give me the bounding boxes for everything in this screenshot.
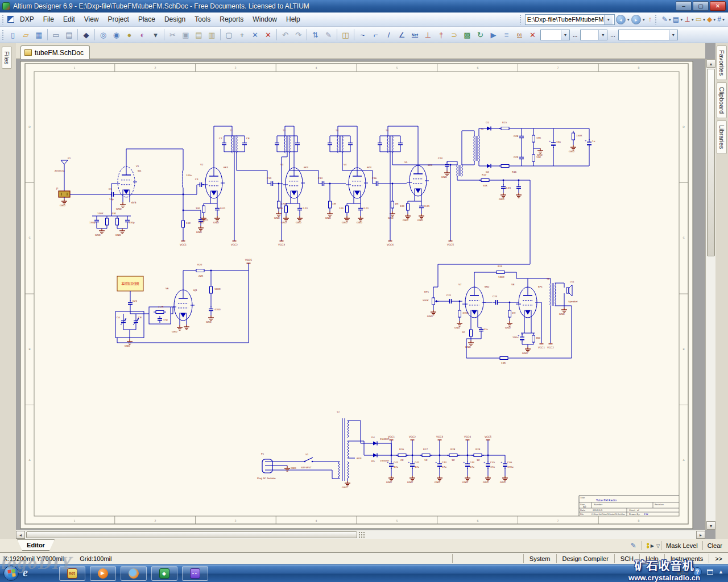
menu-item[interactable]: Project [104, 13, 134, 26]
schematic-canvas[interactable]: E1AntennaJ1GNDC110pC4V16J1100uGNDGND150p… [16, 59, 705, 530]
no-erc-icon[interactable]: D1 [514, 29, 526, 41]
taskbar-net-app[interactable] [59, 566, 85, 581]
deselect-icon[interactable]: ✕ [249, 29, 261, 41]
browse-library-icon[interactable]: ◫ [340, 29, 351, 41]
filter-dots-1[interactable]: ... [571, 32, 579, 38]
close-button[interactable]: ✕ [710, 1, 726, 11]
files-panel-tab[interactable]: Files [2, 47, 12, 69]
menu-item[interactable]: Place [134, 13, 160, 26]
new-document-icon[interactable]: ▯ [7, 29, 19, 41]
scroll-left-icon[interactable]: ◂ [16, 531, 25, 539]
show-hidden-icons[interactable]: ▲ [718, 569, 723, 575]
menu-item[interactable]: Tools [190, 13, 215, 26]
filter-dots-2[interactable]: ... [609, 32, 617, 38]
taskbar-browser-app[interactable] [121, 566, 147, 581]
back-button[interactable]: ◂ [616, 15, 626, 24]
start-button[interactable] [3, 566, 19, 581]
menu-item[interactable]: Window [248, 13, 282, 26]
place-vcc-icon[interactable]: † [435, 29, 447, 41]
grid-tool-icon[interactable]: #▾ [717, 16, 725, 23]
restore-windows-icon[interactable] [707, 569, 713, 575]
vertical-scrollbar[interactable]: ▴ ▾ [705, 59, 715, 530]
menu-item[interactable]: View [80, 13, 104, 26]
select-area-icon[interactable]: ▢ [223, 29, 235, 41]
mask-play-icon[interactable]: ▶ [650, 543, 655, 548]
panel-button[interactable]: SCH [614, 554, 639, 563]
place-bus-icon[interactable]: ⌐ [370, 29, 382, 41]
horizontal-scrollbar[interactable]: ◂ ▸ [16, 530, 705, 539]
forward-button[interactable]: ▸ [631, 15, 641, 24]
place-port-icon[interactable]: ▶ [487, 29, 499, 41]
help-tray-icon[interactable]: ? [693, 567, 702, 576]
print-preview-icon[interactable]: ▤ [63, 29, 75, 41]
vscroll-thumb[interactable] [707, 69, 715, 256]
place-part-icon[interactable]: ⊃ [448, 29, 460, 41]
mask-funnel-icon[interactable]: ▽ [655, 543, 661, 548]
scroll-down-icon[interactable]: ▾ [706, 521, 715, 530]
cross-probe-icon[interactable]: ⇅ [309, 29, 321, 41]
place-bus-entry-icon[interactable]: / [383, 29, 395, 41]
place-line-icon[interactable]: ∠ [396, 29, 408, 41]
zoom-document-icon[interactable]: ◎ [97, 29, 109, 41]
panel-tab[interactable]: Libraries [717, 120, 727, 153]
menu-item[interactable]: Edit [59, 13, 80, 26]
minimize-button[interactable]: – [676, 1, 692, 11]
place-gnd-icon[interactable]: ⊥ [422, 29, 434, 41]
filter-combo-3[interactable]: ▾ [618, 30, 678, 40]
place-sheet-entry-icon[interactable]: ↻ [474, 29, 486, 41]
redo-icon[interactable]: ↷ [292, 29, 304, 41]
component-tool-icon[interactable]: ▭▾ [696, 16, 705, 23]
cut-icon[interactable]: ✂ [167, 29, 179, 41]
taskbar-altium-app[interactable] [151, 566, 177, 581]
scroll-up-icon[interactable]: ▴ [706, 59, 715, 68]
move-selection-icon[interactable]: + [236, 29, 248, 41]
ground-tool-icon[interactable]: ⊥▾ [684, 16, 693, 23]
taskbar-game-app[interactable] [182, 566, 208, 581]
address-dropdown-icon[interactable]: ▾ [604, 15, 613, 24]
open-icon[interactable]: ▱ [20, 29, 32, 41]
panel-button[interactable]: System [523, 554, 556, 563]
menu-item[interactable]: Design [160, 13, 190, 26]
delete-icon[interactable]: ✕ [527, 29, 539, 41]
navigate-up-icon[interactable]: ↑ [648, 16, 652, 23]
filter-combo-2[interactable]: ▾ [580, 30, 607, 40]
maximize-button[interactable]: ▢ [693, 1, 709, 11]
place-net-label-icon[interactable]: Net [409, 29, 421, 41]
panel-button[interactable]: >> [709, 554, 728, 563]
hscroll-thumb[interactable] [26, 531, 357, 538]
paste-array-icon[interactable]: ▥ [206, 29, 218, 41]
zoom-components-icon[interactable]: ◐ [136, 29, 148, 41]
open-project-icon[interactable]: ◆ [80, 29, 92, 41]
place-wire-icon[interactable]: ~ [357, 29, 369, 41]
menu-item[interactable]: Help [282, 13, 305, 26]
menu-item[interactable]: DXP [15, 13, 39, 26]
mask-level-button[interactable]: Mask Level [661, 541, 702, 550]
menu-item[interactable]: Reports [215, 13, 248, 26]
undo-icon[interactable]: ↶ [279, 29, 291, 41]
place-sheet-symbol-icon[interactable]: ▩ [461, 29, 473, 41]
place-device-icon[interactable]: ≡ [500, 29, 512, 41]
panel-tab[interactable]: Favorites [717, 45, 727, 80]
zoom-dropdown-icon[interactable]: ▾ [150, 29, 162, 41]
panel-button[interactable]: Instruments [664, 554, 709, 563]
annotate-pencil-icon[interactable]: ✎ [627, 542, 640, 550]
keyboard-tray-icon[interactable] [677, 568, 688, 575]
address-bar[interactable]: ▾ [525, 14, 615, 25]
clear-filter-icon[interactable]: ✕ [262, 29, 274, 41]
splitter-grip[interactable] [358, 531, 365, 538]
layers-tool-icon[interactable]: ▤▾ [673, 16, 682, 23]
node-tool-icon[interactable]: ◆▾ [707, 16, 715, 23]
taskbar-media-app[interactable] [90, 566, 116, 581]
copy-icon[interactable]: ▣ [180, 29, 192, 41]
panel-button[interactable]: Help [639, 554, 664, 563]
panel-tab[interactable]: Clipboard [717, 82, 727, 118]
panel-button[interactable]: Design Compiler [556, 554, 614, 563]
clear-button[interactable]: Clear [702, 541, 727, 550]
scroll-right-icon[interactable]: ▸ [696, 531, 705, 539]
menu-item[interactable]: File [39, 13, 59, 26]
print-icon[interactable]: ▭ [50, 29, 62, 41]
address-input[interactable] [526, 16, 604, 23]
ie-icon[interactable]: e [23, 566, 28, 579]
zoom-selection-icon[interactable]: ● [123, 29, 135, 41]
measure-tool-icon[interactable]: ✎▾ [662, 16, 671, 23]
